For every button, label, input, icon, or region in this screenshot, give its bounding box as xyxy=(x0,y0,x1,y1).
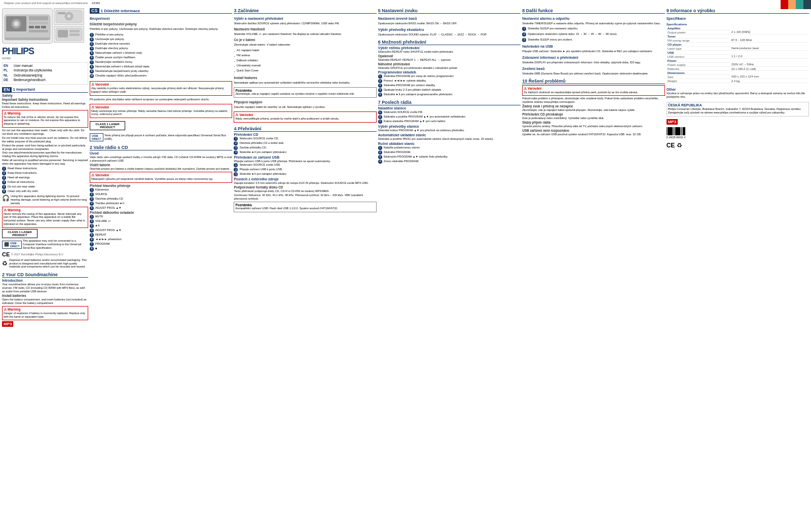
svg-rect-8 xyxy=(41,26,46,28)
cs-num-3: 3 xyxy=(90,42,94,46)
en-safety-instructions-heading: Important Safety Instructions xyxy=(2,98,88,101)
cs-troubleshoot-warn-title: ⚠ Varování xyxy=(524,87,663,91)
rem-num-1: 1 xyxy=(90,215,94,219)
cs-section1-header: CS 1 Důležité informace xyxy=(90,8,232,14)
cs-section8-header: 8 Další funkce xyxy=(522,8,665,14)
fm-range-value: 87.5 - 108 MHz xyxy=(730,39,809,43)
prog-num-3: 3 xyxy=(378,84,382,88)
prog-text-5: Stiskněte ►II pro zahájení programovanéh… xyxy=(384,93,453,96)
spec-amp-row: Amplifier xyxy=(667,26,809,30)
tuner-label: Tuner xyxy=(667,34,730,39)
usb-play-3: Stiskněte ►II pro zahájení přehrávání. xyxy=(239,172,287,176)
mp3-logo-bottom: MP3 xyxy=(667,119,809,125)
en-safety-heading: Safety xyxy=(2,94,88,97)
prog-text-1: Stiskněte PROGRAM pro vstup do režimu pr… xyxy=(384,74,454,78)
ce-area: CE © 2017 Koninklijke Philips Electronic… xyxy=(2,251,88,257)
cs-section3-header: 3 Začínáme xyxy=(234,8,376,14)
play-num-1: 1 xyxy=(234,137,238,141)
sleep-num-2: 2 xyxy=(522,32,526,36)
rem-num-3: 3 xyxy=(90,224,94,228)
cs-item10: 10 Chraňte napájecí šňůru před poškození… xyxy=(90,74,232,78)
language-list: EN User manual PL Instrukcja dla użytkow… xyxy=(2,62,88,85)
cs-text-6: Čistěte pouze suchým hadříkem. xyxy=(95,56,136,59)
cs-text-2: Uschovejte tyto pokyny. xyxy=(95,37,125,41)
cs-no-radio-text: Upravte polohu antény. Přesuňte přístroj… xyxy=(522,125,665,128)
power-label: Power xyxy=(667,59,730,63)
rem-text-7: PROGRAM xyxy=(95,242,109,246)
en-safety-text4: Only use attachments/accessories specifi… xyxy=(2,151,88,158)
cs-compliance-text: Philips Consumer Lifestyle, Bratislava B… xyxy=(668,107,807,115)
manual-num-3: 3 xyxy=(378,155,382,159)
cs-play-cd-4: 4 Stiskněte ►II pro zahájení přehrávání. xyxy=(234,150,376,155)
prog-num-2: 2 xyxy=(378,79,382,83)
cs-power-warn-text: Nikdy nemodifikujte přístroj, protože by… xyxy=(235,117,375,121)
cs-unit-4: 4 Tlačítko přehrávání ►II xyxy=(90,202,232,206)
model-text: AZ491 xyxy=(92,2,100,5)
rem-text-1: MUTE xyxy=(95,215,103,218)
cs-no-power-text: Zkontrolujte, zda je napájecí kabel sprá… xyxy=(522,108,665,112)
prog-text-2: Pomocí ◄◄/►► vyberte skladbu. xyxy=(384,79,427,83)
cs-section1-title: 1 Důležité informace xyxy=(101,9,140,13)
lang-pl-label: Instrukcja dla użytkownika xyxy=(14,68,52,72)
english-column: PHILIPS AZ491 EN User manual PL Instrukc… xyxy=(2,8,88,530)
en-intro-text: Your soundmachine allows you to enjoy mu… xyxy=(2,283,88,293)
cs-cd-skip-text: Disk je poškrabaný nebo znečištěný. Vyči… xyxy=(522,117,665,120)
cs-listen-ext-heading: Poslech z externího zdroje xyxy=(234,177,376,181)
cs-connect-power: Připojení napájení xyxy=(234,100,376,104)
cs-prog-4: 4 Opakujte kroky 2-3 pro přidání dalších… xyxy=(378,88,521,92)
rem-text-2: VOLUME +/- xyxy=(95,219,111,223)
other-text: Výrobce si vyhrazuje právo na změny bez … xyxy=(667,92,809,99)
cs-zapojeni: Výběr a nastavení přehrávání xyxy=(234,17,376,20)
sleep-text-1: Stiskněte SLEEP pro nastavení odpočtu. xyxy=(528,27,578,30)
barcode-number: 0 14635 99021 4 xyxy=(667,136,686,139)
cs-text-9: Neodstraňujte bezpečnostní prvky zástrčk… xyxy=(95,69,149,73)
tune-num-1: 1 xyxy=(378,110,382,115)
prog-num-4: 4 xyxy=(378,88,382,92)
cs-eq-text: Opakovaným stisknutím SOUND vyberte: FLA… xyxy=(378,33,521,36)
en-safety-item5: 5 Do not use near water. xyxy=(2,185,88,189)
cs-section10-title: 10 Řešení problémů xyxy=(522,79,566,84)
cs-section2-title: 2 Vaše rádio s CD xyxy=(90,145,128,150)
num-4: 4 xyxy=(2,180,6,184)
usb-num-3: 3 xyxy=(234,172,238,176)
cs-item9: 9 Neodstraňujte bezpečnostní prvky zástr… xyxy=(90,69,232,73)
cs-item5: 5 Nepoužívejte zařízení v blízkosti vody… xyxy=(90,51,232,55)
register-text: Register your product and find support a… xyxy=(4,2,88,5)
play-text-4: Stiskněte ►II pro zahájení přehrávání. xyxy=(239,150,287,154)
svg-rect-5 xyxy=(29,22,48,24)
cs-section7-header: 7 Poslech rádia xyxy=(378,100,521,105)
rem-text-5: REPEAT xyxy=(95,233,106,237)
batteries-label: Batteries xyxy=(667,67,730,71)
rem-text-4: ADJUST PROG ▲▼ xyxy=(95,229,121,232)
cs-play-mode-intro: Stisknutím REPEAT nebo SHUFFLE zvolte re… xyxy=(378,50,521,54)
spec-cd-laser-row: Laser type Semiconductor laser xyxy=(667,47,809,51)
sleep-text-3: Stiskněte SLEEP znovu pro zrušení. xyxy=(528,38,573,42)
en-safety-text-4: Follow all instructions. xyxy=(8,180,35,184)
prog-text-3: Stiskněte PROGRAM pro uložení skladby. xyxy=(384,84,436,87)
cs-formats-heading: Podporované formáty disku CD xyxy=(234,185,376,189)
en-safety-text-2: Keep these instructions. xyxy=(8,171,38,175)
tune-num-3: 3 xyxy=(378,120,382,124)
en-warning-laser: To reduce the risk of fire or electric s… xyxy=(4,116,87,126)
play-num-3: 3 xyxy=(234,146,238,150)
cs-sleep-1: 1 Stiskněte SLEEP pro nastavení odpočtu. xyxy=(522,27,665,31)
num-6: 6 xyxy=(2,189,6,194)
unit-num-2: 2 xyxy=(90,193,94,197)
en-section-important: EN 1 Important Safety Important Safety I… xyxy=(2,87,88,270)
barcode-area: 0 14635 99021 4 xyxy=(667,127,809,139)
cs-repeat-text: Stiskněte REPEAT: REPEAT 1 → REPEAT ALL … xyxy=(378,58,521,62)
tune-text-2: Stiskněte a podržte PROGRAM ▲▼ pro autom… xyxy=(384,115,466,119)
laser-type-label: Laser type xyxy=(667,47,730,51)
rem-text-6: ◄◄/►► přeskočení xyxy=(95,238,122,241)
unit-text-5: ADJUST PROG ▲▼ xyxy=(95,206,121,210)
en-warning-title: ⚠ Warning xyxy=(4,111,87,116)
cs-play-cd-3: 3 Zavřete přihrádku CD. xyxy=(234,146,376,150)
lang-nl: NL Gebruiksaanwijzing xyxy=(4,73,87,78)
cs-trouble-intro: Pokud máte problém s přístrojem, zkontro… xyxy=(522,97,665,104)
spec-tuner-row: Tuner xyxy=(667,34,809,39)
spec-amp-output-row: Output power 2 x 1W (RMS) xyxy=(667,30,809,34)
rem-num-4: 4 xyxy=(90,229,94,233)
battery-warn-text: Danger of explosion if battery is incorr… xyxy=(4,312,87,319)
spec-batteries-row: Batteries 10 x UM-2 (C-cell) xyxy=(667,67,809,71)
cs-prog-1: 1 Stiskněte PROGRAM pro vstup do režimu … xyxy=(378,74,521,79)
